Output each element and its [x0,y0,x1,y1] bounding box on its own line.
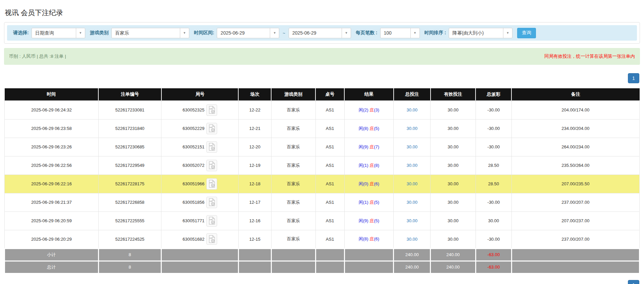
video-replay-button[interactable] [206,160,217,171]
date-to-select[interactable]: 2025-06-29 ▼ [289,28,351,38]
table-header-row: 时间注单编号局号场次游戏类别桌号结果总投注有效投注总派彩备注 [5,88,640,101]
chevron-down-icon[interactable]: ▼ [270,28,279,38]
video-replay-button[interactable] [206,233,217,245]
result-player: 闲(8) [359,236,368,241]
summary-cell [238,261,271,273]
total-bet-link[interactable]: 30.00 [406,181,417,186]
cell-game: 百家乐 [271,211,315,230]
cell-table: AS1 [315,138,344,156]
cell-game: 百家乐 [271,101,315,119]
round-number: 630052325 [183,107,204,112]
query-type-select[interactable]: 日期查询 ▼ [32,28,85,38]
column-header: 总投注 [394,88,431,101]
summary-cell [271,248,315,261]
game-category-label: 游戏类别 [90,30,109,36]
table-row: 2025-06-29 06:24:32 522617233081 6300523… [5,101,640,119]
cell-remark: 204.00/174.00 [511,101,639,119]
cell-result: 闲(9) 庄(7) [344,138,394,156]
chevron-down-icon[interactable]: ▼ [410,28,419,38]
video-replay-button[interactable] [206,215,217,227]
cell-payout: -30.00 [476,101,511,119]
total-bet-link[interactable]: 30.00 [406,163,417,168]
cell-valid-bet: 30.00 [431,211,476,230]
total-bet-link[interactable]: 30.00 [406,218,417,223]
per-page-label: 每页笔数 : [356,30,378,36]
per-page-select[interactable]: 100 ▼ [380,28,420,38]
chevron-down-icon[interactable]: ▼ [180,28,189,38]
summary-notice: 同局有效投注，统一计算在该局第一张注单内 [544,53,635,59]
total-bet-link[interactable]: 30.00 [406,144,417,149]
cell-round: 630051682 [161,230,239,248]
video-replay-button[interactable] [206,141,217,153]
cell-remark: 264.00/234.00 [511,138,639,156]
cell-result: 闲(8) 庄(5) [344,119,394,138]
page-container: 视讯 会员下注纪录 请选择: 日期查询 ▼ 游戏类别 百家乐 ▼ 时间区间: 2… [0,8,644,284]
cell-session: 12-16 [238,211,271,230]
cell-time: 2025-06-29 06:24:32 [5,101,99,119]
table-row: 2025-06-29 06:20:59 522617225555 6300517… [5,211,640,230]
cell-table: AS1 [315,175,344,193]
cell-table: AS1 [315,230,344,248]
summary-cell: 240.00 [394,248,431,261]
chevron-down-icon[interactable]: ▼ [342,28,351,38]
cell-valid-bet: 30.00 [431,230,476,248]
cell-session: 12-19 [238,156,271,175]
summary-label: 小计 [5,248,99,261]
total-bet-link[interactable]: 30.00 [406,200,417,205]
cell-session: 12-17 [238,193,271,211]
total-bet-link[interactable]: 30.00 [406,107,417,112]
date-to-value: 2025-06-29 [289,28,342,38]
select-type-label: 请选择: [13,30,29,36]
cell-round: 630052325 [161,101,239,119]
result-banker-score: (8) [374,163,379,168]
cell-round: 630051856 [161,193,239,211]
cell-total-bet: 30.00 [394,156,431,175]
column-header: 总派彩 [476,88,511,101]
search-button[interactable]: 查询 [517,28,536,38]
cell-game: 百家乐 [271,119,315,138]
cell-table: AS1 [315,156,344,175]
cell-total-bet: 30.00 [394,138,431,156]
chevron-down-icon[interactable]: ▼ [76,28,85,38]
summary-cell [271,261,315,273]
page-1-button[interactable]: 1 [628,73,639,83]
total-bet-link[interactable]: 30.00 [406,237,417,242]
round-number: 630051966 [183,181,204,186]
page-1-button[interactable]: 1 [628,280,639,284]
summary-cell [511,248,639,261]
column-header: 桌号 [315,88,344,101]
result-banker-score: (5) [374,218,379,223]
cell-remark: 207.00/235.50 [511,175,639,193]
cell-remark: 235.50/264.00 [511,156,639,175]
video-replay-button[interactable] [206,178,217,190]
cell-total-bet: 30.00 [394,119,431,138]
video-replay-button[interactable] [206,123,217,134]
cell-total-bet: 30.00 [394,175,431,193]
summary-cell: 8 [98,261,161,273]
summary-cell [511,261,639,273]
pagination-top: 1 [4,73,639,83]
video-replay-button[interactable] [206,104,217,116]
cell-session: 12-20 [238,138,271,156]
total-bet-link[interactable]: 30.00 [406,126,417,131]
chevron-down-icon[interactable]: ▼ [503,28,512,38]
result-banker: 庄 [369,236,374,241]
result-player: 闲(9) [359,144,368,149]
result-player: 闲(1) [359,163,368,168]
cell-round: 630052229 [161,119,239,138]
cell-session: 12-15 [238,230,271,248]
query-type-value: 日期查询 [32,28,76,38]
video-replay-button[interactable] [206,197,217,208]
column-header: 场次 [238,88,271,101]
page-title: 视讯 会员下注纪录 [5,8,640,17]
cell-result: 闲(9) 庄(5) [344,211,394,230]
cell-payout: -30.00 [476,138,511,156]
result-banker-score: (6) [374,236,379,241]
cell-valid-bet: 30.00 [431,119,476,138]
game-category-select[interactable]: 百家乐 ▼ [111,28,189,38]
cell-bet-id: 522617224525 [98,230,161,248]
cell-time: 2025-06-29 06:21:37 [5,193,99,211]
result-player: 闲(0) [359,181,368,186]
date-from-select[interactable]: 2025-06-29 ▼ [217,28,279,38]
time-sort-select[interactable]: 降幂(由大到小) ▼ [449,28,512,38]
